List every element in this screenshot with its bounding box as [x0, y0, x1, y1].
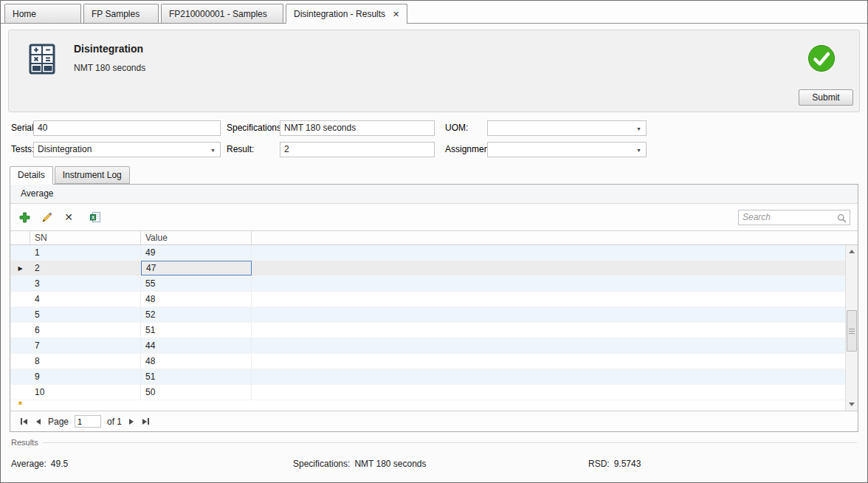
- row-gutter: [10, 354, 30, 369]
- assignment-dropdown[interactable]: ▼: [487, 142, 647, 157]
- cell-value-focused[interactable]: 47: [141, 261, 252, 275]
- cell-sn[interactable]: 8: [30, 354, 141, 369]
- search-input[interactable]: [739, 211, 868, 224]
- cell-value[interactable]: 55: [141, 276, 252, 291]
- submit-button[interactable]: Submit: [799, 89, 853, 106]
- table-row-selected[interactable]: ▶ 2 47: [10, 261, 858, 276]
- chevron-down-icon: ▼: [210, 148, 216, 153]
- cell-filler: [252, 292, 858, 306]
- tab-details[interactable]: Details: [10, 166, 53, 185]
- gutter-header: [10, 231, 30, 244]
- cell-value[interactable]: 51: [141, 369, 252, 384]
- table-row[interactable]: 10 50: [10, 385, 858, 400]
- tab-label: FP210000001 - Samples: [169, 9, 267, 19]
- cell-value[interactable]: 44: [141, 338, 252, 353]
- cell-filler: [252, 307, 858, 322]
- cell-sn[interactable]: 7: [30, 338, 141, 353]
- tab-fp210000001-samples[interactable]: FP210000001 - Samples: [161, 4, 283, 23]
- uom-dropdown[interactable]: ▼: [487, 120, 647, 136]
- cell-sn[interactable]: 2: [30, 261, 141, 275]
- specifications-input[interactable]: [280, 120, 435, 136]
- cell-sn[interactable]: 5: [30, 307, 141, 322]
- specifications-label: Specifications:: [227, 123, 280, 133]
- data-grid: SN Value 1 49 ▶ 2 47 3 55: [10, 230, 858, 411]
- cell-sn[interactable]: 9: [30, 369, 141, 384]
- cell-value[interactable]: 49: [141, 245, 252, 260]
- page-number-input[interactable]: [75, 415, 101, 428]
- panel-title: Average: [10, 185, 858, 204]
- cell-filler: [252, 385, 858, 400]
- column-header-sn[interactable]: SN: [30, 231, 141, 244]
- result-specifications-label: Specifications:: [293, 459, 350, 469]
- edit-row-button[interactable]: [40, 210, 53, 224]
- tab-instrument-log[interactable]: Instrument Log: [55, 166, 130, 184]
- tab-home[interactable]: Home: [4, 4, 81, 23]
- grid-search-box: [738, 210, 850, 225]
- export-excel-button[interactable]: X: [89, 210, 102, 224]
- close-tab-icon[interactable]: ✕: [393, 10, 399, 19]
- scrollbar-thumb[interactable]: [847, 310, 857, 352]
- divider: [43, 442, 857, 443]
- specification-subtitle: NMT 180 seconds: [74, 63, 145, 73]
- table-row[interactable]: 4 48: [10, 292, 858, 307]
- new-row[interactable]: *: [10, 400, 858, 411]
- triangle-up-icon: [849, 250, 855, 253]
- cell-value[interactable]: 50: [141, 385, 252, 400]
- table-row[interactable]: 9 51: [10, 369, 858, 385]
- assignment-label: Assignment:: [445, 144, 487, 154]
- table-row[interactable]: 5 52: [10, 307, 858, 323]
- cell-sn[interactable]: 10: [30, 385, 141, 400]
- chevron-down-icon: ▼: [636, 126, 641, 131]
- table-row[interactable]: 6 51: [10, 323, 858, 338]
- tab-disintegration-results[interactable]: Disintegration - Results ✕: [286, 4, 407, 24]
- table-row[interactable]: 8 48: [10, 354, 858, 369]
- cell-filler: [252, 369, 858, 384]
- add-row-button[interactable]: [18, 210, 31, 224]
- calculator-icon: [25, 42, 59, 78]
- table-row[interactable]: 7 44: [10, 338, 858, 354]
- cell-filler: [252, 245, 858, 260]
- row-gutter: [10, 307, 30, 322]
- row-gutter: [10, 292, 30, 306]
- scroll-up-button[interactable]: [846, 245, 858, 258]
- grid-header-row: SN Value: [10, 231, 858, 245]
- plus-icon: [19, 212, 30, 223]
- chevron-down-icon: ▼: [636, 148, 641, 153]
- serial-input[interactable]: [33, 120, 221, 136]
- cell-sn[interactable]: 6: [30, 323, 141, 338]
- page-title: Disintegration: [74, 43, 143, 55]
- cell-value[interactable]: 52: [141, 307, 252, 322]
- table-row[interactable]: 1 49: [10, 245, 858, 261]
- tab-label: FP Samples: [92, 9, 140, 19]
- tests-dropdown[interactable]: Disintegration ▼: [33, 142, 221, 157]
- first-page-button[interactable]: [19, 417, 29, 426]
- cell-value[interactable]: 51: [141, 323, 252, 338]
- cell-value[interactable]: 48: [141, 354, 252, 369]
- result-input[interactable]: [280, 142, 435, 157]
- cell-sn[interactable]: 3: [30, 276, 141, 291]
- cell-filler: [252, 323, 858, 338]
- vertical-scrollbar[interactable]: [845, 245, 858, 411]
- cell-sn[interactable]: 1: [30, 245, 141, 260]
- search-icon[interactable]: [837, 213, 847, 223]
- new-row-icon: *: [10, 400, 30, 411]
- result-label: Result:: [227, 144, 280, 154]
- delete-row-button[interactable]: ✕: [62, 210, 75, 224]
- table-row[interactable]: 3 55: [10, 276, 858, 292]
- details-panel: Average ✕: [10, 184, 858, 432]
- column-header-filler: [252, 231, 858, 244]
- next-page-button[interactable]: [128, 417, 135, 426]
- column-header-value[interactable]: Value: [141, 231, 252, 244]
- cell-value[interactable]: 48: [141, 292, 252, 306]
- page-count-label: of 1: [107, 417, 122, 427]
- tab-fp-samples[interactable]: FP Samples: [83, 4, 159, 23]
- cell-filler: [252, 338, 858, 353]
- prev-page-button[interactable]: [35, 417, 42, 426]
- rsd-label: RSD:: [588, 459, 610, 469]
- last-page-button[interactable]: [141, 417, 151, 426]
- cell-sn[interactable]: 4: [30, 292, 141, 306]
- scroll-down-button[interactable]: [846, 398, 858, 411]
- row-gutter: [10, 323, 30, 338]
- pencil-icon: [41, 212, 52, 223]
- triangle-down-icon: [849, 402, 855, 406]
